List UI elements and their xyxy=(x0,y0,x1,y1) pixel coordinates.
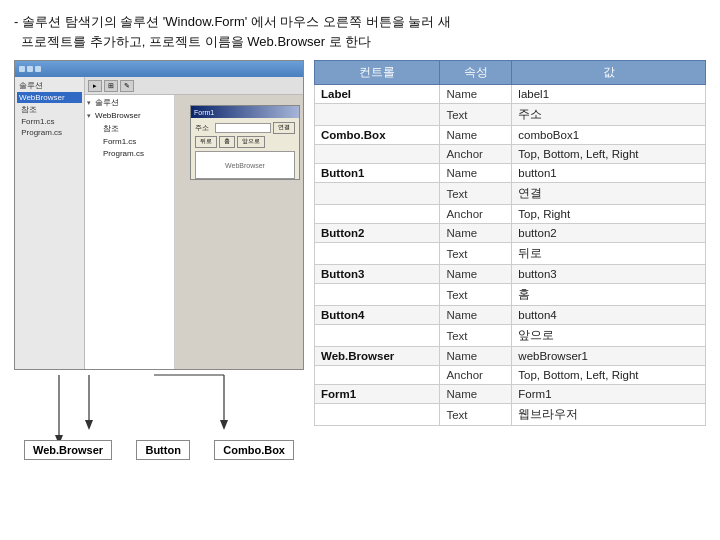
td-value: 홈 xyxy=(512,284,706,306)
td-property: Anchor xyxy=(440,366,512,385)
table-row: Text뒤로 xyxy=(315,243,706,265)
table-row: Text연결 xyxy=(315,183,706,205)
td-value: Form1 xyxy=(512,385,706,404)
td-value: 앞으로 xyxy=(512,325,706,347)
label-button: Button xyxy=(136,440,189,460)
form-btn-back[interactable]: 뒤로 xyxy=(195,136,217,148)
td-control xyxy=(315,145,440,164)
sidebar-item-webbrowser[interactable]: WebBrowser xyxy=(17,92,82,103)
td-value: button2 xyxy=(512,224,706,243)
td-property: Name xyxy=(440,164,512,183)
sidebar-item-program: Program.cs xyxy=(17,127,82,138)
td-control xyxy=(315,205,440,224)
label-combobox: Combo.Box xyxy=(214,440,294,460)
table-row: Form1NameForm1 xyxy=(315,385,706,404)
tree-program[interactable]: Program.cs xyxy=(87,148,172,161)
ide-main: ▸ ⊞ ✎ 솔루션 WebBrowser 참조 Form1.cs Pro xyxy=(85,77,303,369)
ide-titlebar xyxy=(15,61,303,77)
right-panel: 컨트롤 속성 값 LabelNamelabel1Text주소Combo.BoxN… xyxy=(314,60,706,532)
form-combobox[interactable] xyxy=(215,123,271,133)
td-control: Combo.Box xyxy=(315,126,440,145)
td-value: comboBox1 xyxy=(512,126,706,145)
titlebar-dot-1 xyxy=(19,66,25,72)
titlebar-dot-3 xyxy=(35,66,41,72)
td-property: Anchor xyxy=(440,145,512,164)
form-canvas: Form1 주소 연결 뒤 xyxy=(175,95,303,369)
form-address-row: 주소 연결 xyxy=(195,122,295,134)
td-value: webBrowser1 xyxy=(512,347,706,366)
td-property: Text xyxy=(440,104,512,126)
form-content: 주소 연결 뒤로 홈 앞으로 xyxy=(191,118,299,183)
col-header-value: 값 xyxy=(512,61,706,85)
properties-table: 컨트롤 속성 값 LabelNamelabel1Text주소Combo.BoxN… xyxy=(314,60,706,426)
td-value: Top, Bottom, Left, Right xyxy=(512,145,706,164)
ide-body: 솔루션 WebBrowser 참조 Form1.cs Program.cs ▸ … xyxy=(15,77,303,369)
table-row: Web.BrowserNamewebBrowser1 xyxy=(315,347,706,366)
td-value: Top, Bottom, Left, Right xyxy=(512,366,706,385)
td-value: 주소 xyxy=(512,104,706,126)
ide-tree: 솔루션 WebBrowser 참조 Form1.cs Program.cs xyxy=(85,95,175,369)
form-btn-forward[interactable]: 앞으로 xyxy=(237,136,265,148)
tree-ref[interactable]: 참조 xyxy=(87,123,172,136)
header-line1: 솔루션 탐색기의 솔루션 'Window.Form' 에서 마우스 오른쪽 버튼… xyxy=(22,14,451,29)
td-property: Text xyxy=(440,284,512,306)
td-value: button3 xyxy=(512,265,706,284)
table-row: Combo.BoxNamecomboBox1 xyxy=(315,126,706,145)
form-btn-connect[interactable]: 연결 xyxy=(273,122,295,134)
table-row: Text홈 xyxy=(315,284,706,306)
td-property: Text xyxy=(440,243,512,265)
td-value: Top, Right xyxy=(512,205,706,224)
toolbar-btn-3[interactable]: ✎ xyxy=(120,80,134,92)
td-value: 웹브라우저 xyxy=(512,404,706,426)
table-row: Text웹브라우저 xyxy=(315,404,706,426)
tree-solution[interactable]: 솔루션 xyxy=(87,97,172,110)
table-row: Button1Namebutton1 xyxy=(315,164,706,183)
table-row: AnchorTop, Bottom, Left, Right xyxy=(315,366,706,385)
td-property: Name xyxy=(440,306,512,325)
td-property: Name xyxy=(440,347,512,366)
td-value: label1 xyxy=(512,85,706,104)
ide-sidebar: 솔루션 WebBrowser 참조 Form1.cs Program.cs xyxy=(15,77,85,369)
td-control: Button4 xyxy=(315,306,440,325)
form-window: Form1 주소 연결 뒤 xyxy=(190,105,300,180)
td-control: Web.Browser xyxy=(315,347,440,366)
td-control: Form1 xyxy=(315,385,440,404)
sidebar-item-solution: 솔루션 xyxy=(17,79,82,92)
td-property: Text xyxy=(440,325,512,347)
toolbar-btn-2[interactable]: ⊞ xyxy=(104,80,118,92)
td-control: Button3 xyxy=(315,265,440,284)
td-control xyxy=(315,366,440,385)
sidebar-item-ref: 참조 xyxy=(17,103,82,116)
table-row: LabelNamelabel1 xyxy=(315,85,706,104)
form-webbrowser-area: WebBrowser xyxy=(195,151,295,179)
ide-mockup: 솔루션 WebBrowser 참조 Form1.cs Program.cs ▸ … xyxy=(14,60,304,370)
tree-form1[interactable]: Form1.cs xyxy=(87,136,172,149)
titlebar-dot-2 xyxy=(27,66,33,72)
toolbar-btn-1[interactable]: ▸ xyxy=(88,80,102,92)
label-webbrowser: Web.Browser xyxy=(24,440,112,460)
table-row: AnchorTop, Bottom, Left, Right xyxy=(315,145,706,164)
content-area: 솔루션 WebBrowser 참조 Form1.cs Program.cs ▸ … xyxy=(14,60,706,532)
td-property: Name xyxy=(440,85,512,104)
labels-area: Web.Browser Button Combo.Box xyxy=(14,370,304,460)
form-btn-home[interactable]: 홈 xyxy=(219,136,235,148)
sidebar-item-form: Form1.cs xyxy=(17,116,82,127)
ide-toolbar: ▸ ⊞ ✎ xyxy=(85,77,303,95)
table-row: AnchorTop, Right xyxy=(315,205,706,224)
td-control xyxy=(315,284,440,306)
td-value: 연결 xyxy=(512,183,706,205)
labels-row: Web.Browser Button Combo.Box xyxy=(14,440,304,460)
form-nav-row: 뒤로 홈 앞으로 xyxy=(195,136,295,148)
td-value: button1 xyxy=(512,164,706,183)
td-control xyxy=(315,243,440,265)
td-control xyxy=(315,404,440,426)
tree-webbrowser[interactable]: WebBrowser xyxy=(87,110,172,123)
td-property: Name xyxy=(440,224,512,243)
form-titlebar: Form1 xyxy=(191,106,299,118)
td-control xyxy=(315,183,440,205)
svg-marker-2 xyxy=(85,420,93,430)
td-property: Anchor xyxy=(440,205,512,224)
table-row: Text앞으로 xyxy=(315,325,706,347)
td-control xyxy=(315,104,440,126)
td-value: button4 xyxy=(512,306,706,325)
